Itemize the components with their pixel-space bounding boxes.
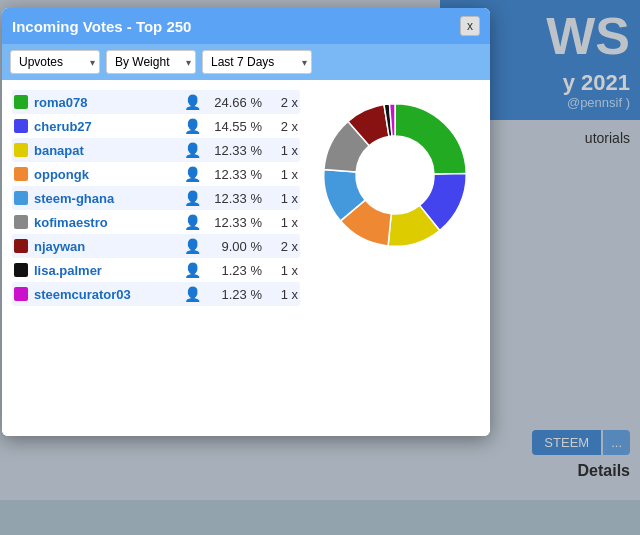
vote-percentage: 12.33 % bbox=[207, 143, 262, 158]
person-icon: 👤 bbox=[184, 166, 201, 182]
vote-count: 1 x bbox=[268, 191, 298, 206]
voter-name[interactable]: lisa.palmer bbox=[34, 263, 178, 278]
modal-close-button[interactable]: x bbox=[460, 16, 480, 36]
person-icon: 👤 bbox=[184, 190, 201, 206]
table-row: steem-ghana👤12.33 %1 x bbox=[12, 186, 300, 210]
table-row: lisa.palmer👤1.23 %1 x bbox=[12, 258, 300, 282]
table-row: banapat👤12.33 %1 x bbox=[12, 138, 300, 162]
period-select-wrapper: Last 7 Days Last 30 Days All Time bbox=[202, 50, 312, 74]
person-icon: 👤 bbox=[184, 286, 201, 302]
person-icon: 👤 bbox=[184, 262, 201, 278]
table-row: roma078👤24.66 %2 x bbox=[12, 90, 300, 114]
table-row: oppongk👤12.33 %1 x bbox=[12, 162, 300, 186]
voter-name[interactable]: steemcurator03 bbox=[34, 287, 178, 302]
vote-percentage: 12.33 % bbox=[207, 191, 262, 206]
vote-table: roma078👤24.66 %2 xcherub27👤14.55 %2 xban… bbox=[12, 90, 300, 306]
modal-header: Incoming Votes - Top 250 x bbox=[2, 8, 490, 44]
vote-percentage: 14.55 % bbox=[207, 119, 262, 134]
person-icon: 👤 bbox=[184, 214, 201, 230]
vote-count: 2 x bbox=[268, 119, 298, 134]
vote-percentage: 1.23 % bbox=[207, 263, 262, 278]
voter-name[interactable]: steem-ghana bbox=[34, 191, 178, 206]
vote-count: 2 x bbox=[268, 239, 298, 254]
person-icon: 👤 bbox=[184, 118, 201, 134]
vote-percentage: 9.00 % bbox=[207, 239, 262, 254]
vote-count: 1 x bbox=[268, 167, 298, 182]
vote-count: 1 x bbox=[268, 263, 298, 278]
color-indicator bbox=[14, 167, 28, 181]
person-icon: 👤 bbox=[184, 94, 201, 110]
modal-controls: Upvotes Downvotes By Weight By Count Las… bbox=[2, 44, 490, 80]
table-row: steemcurator03👤1.23 %1 x bbox=[12, 282, 300, 306]
voter-name[interactable]: cherub27 bbox=[34, 119, 178, 134]
color-indicator bbox=[14, 191, 28, 205]
table-row: kofimaestro👤12.33 %1 x bbox=[12, 210, 300, 234]
modal-body: roma078👤24.66 %2 xcherub27👤14.55 %2 xban… bbox=[2, 80, 490, 316]
modal-title: Incoming Votes - Top 250 bbox=[12, 18, 191, 35]
table-row: njaywan👤9.00 %2 x bbox=[12, 234, 300, 258]
sort-select-wrapper: By Weight By Count bbox=[106, 50, 196, 74]
table-row: cherub27👤14.55 %2 x bbox=[12, 114, 300, 138]
voter-name[interactable]: kofimaestro bbox=[34, 215, 178, 230]
color-indicator bbox=[14, 287, 28, 301]
vote-count: 2 x bbox=[268, 95, 298, 110]
vote-percentage: 12.33 % bbox=[207, 167, 262, 182]
vote-count: 1 x bbox=[268, 143, 298, 158]
color-indicator bbox=[14, 215, 28, 229]
voter-name[interactable]: roma078 bbox=[34, 95, 178, 110]
color-indicator bbox=[14, 119, 28, 133]
color-indicator bbox=[14, 263, 28, 277]
period-select[interactable]: Last 7 Days Last 30 Days All Time bbox=[202, 50, 312, 74]
modal-footer-space bbox=[2, 316, 490, 436]
vote-count: 1 x bbox=[268, 287, 298, 302]
type-select-wrapper: Upvotes Downvotes bbox=[10, 50, 100, 74]
person-icon: 👤 bbox=[184, 142, 201, 158]
color-indicator bbox=[14, 143, 28, 157]
incoming-votes-modal: Incoming Votes - Top 250 x Upvotes Downv… bbox=[2, 8, 490, 436]
voter-name[interactable]: banapat bbox=[34, 143, 178, 158]
vote-percentage: 24.66 % bbox=[207, 95, 262, 110]
vote-percentage: 1.23 % bbox=[207, 287, 262, 302]
voter-name[interactable]: njaywan bbox=[34, 239, 178, 254]
voter-name[interactable]: oppongk bbox=[34, 167, 178, 182]
sort-select[interactable]: By Weight By Count bbox=[106, 50, 196, 74]
type-select[interactable]: Upvotes Downvotes bbox=[10, 50, 100, 74]
vote-count: 1 x bbox=[268, 215, 298, 230]
color-indicator bbox=[14, 239, 28, 253]
donut-chart bbox=[320, 100, 470, 250]
vote-percentage: 12.33 % bbox=[207, 215, 262, 230]
color-indicator bbox=[14, 95, 28, 109]
person-icon: 👤 bbox=[184, 238, 201, 254]
chart-segment bbox=[395, 104, 466, 174]
chart-area bbox=[310, 90, 480, 306]
